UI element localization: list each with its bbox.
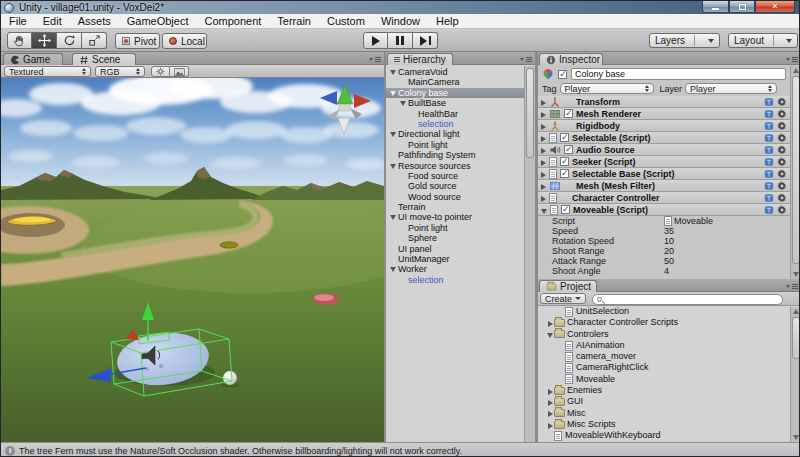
- component-character-controller[interactable]: Character Controller: [538, 192, 790, 204]
- create-button[interactable]: Create: [540, 293, 586, 304]
- play-button[interactable]: [363, 32, 388, 49]
- close-button[interactable]: ×: [755, 1, 795, 13]
- scene-effects-toggle[interactable]: [170, 66, 189, 77]
- property-row[interactable]: Attack Range 50: [538, 256, 790, 266]
- hierarchy-item[interactable]: Terrain: [386, 202, 524, 212]
- move-tool-button[interactable]: [32, 32, 57, 49]
- project-item[interactable]: camera_mover: [538, 351, 790, 362]
- property-row[interactable]: Rotation Speed 10: [538, 236, 790, 246]
- component-transform[interactable]: Transform: [538, 96, 790, 108]
- render-mode-dropdown[interactable]: Textured: [4, 66, 91, 77]
- component-mesh-filter[interactable]: Mesh (Mesh Filter): [538, 180, 790, 192]
- book-icon[interactable]: [764, 145, 774, 155]
- hierarchy-item[interactable]: MainCamera: [386, 77, 524, 87]
- book-icon[interactable]: [764, 97, 774, 107]
- hierarchy-item[interactable]: UnitManager: [386, 254, 524, 264]
- hierarchy-item[interactable]: Worker: [386, 264, 524, 274]
- hierarchy-item[interactable]: UI panel: [386, 244, 524, 254]
- component-checkbox[interactable]: [561, 205, 570, 214]
- layout-dropdown[interactable]: Layout: [728, 33, 798, 48]
- gear-icon[interactable]: [777, 133, 787, 143]
- property-row[interactable]: Shoot Angle 4: [538, 266, 790, 276]
- gear-icon[interactable]: [777, 157, 787, 167]
- local-button[interactable]: Local: [162, 33, 207, 49]
- component-mesh-renderer[interactable]: Mesh Renderer: [538, 108, 790, 120]
- pivot-button[interactable]: Pivot: [115, 33, 160, 49]
- menu-custom[interactable]: Custom: [319, 14, 373, 28]
- component-checkbox[interactable]: [560, 133, 569, 142]
- project-item[interactable]: UnitSelection: [538, 306, 790, 317]
- project-item[interactable]: CameraRightClick: [538, 362, 790, 373]
- hierarchy-item[interactable]: Point light: [386, 140, 524, 150]
- component-checkbox[interactable]: [560, 169, 569, 178]
- book-icon[interactable]: [764, 121, 774, 131]
- project-item[interactable]: MoveableWithKeyboard: [538, 430, 790, 441]
- project-item[interactable]: Character Controller Scripts: [538, 317, 790, 328]
- component-rigidbody[interactable]: Rigidbody: [538, 120, 790, 132]
- gear-icon[interactable]: [777, 121, 787, 131]
- minimize-button[interactable]: [702, 1, 729, 13]
- gear-icon[interactable]: [777, 145, 787, 155]
- gear-icon[interactable]: [777, 97, 787, 107]
- property-row[interactable]: Shoot Range 20: [538, 246, 790, 256]
- property-row[interactable]: Speed 35: [538, 226, 790, 236]
- hierarchy-scrollbar[interactable]: [524, 66, 535, 442]
- panel-menu-icon[interactable]: [786, 283, 798, 289]
- pause-button[interactable]: [388, 32, 413, 49]
- project-item[interactable]: Enemies: [538, 385, 790, 396]
- gear-icon[interactable]: [777, 205, 787, 215]
- hierarchy-item[interactable]: Pathfinding System: [386, 150, 524, 160]
- active-checkbox[interactable]: [558, 70, 567, 79]
- hierarchy-item[interactable]: Gold source: [386, 181, 524, 191]
- scene-lighting-toggle[interactable]: [151, 66, 170, 77]
- book-icon[interactable]: [764, 181, 774, 191]
- tab-scene[interactable]: Scene: [72, 53, 136, 65]
- panel-menu-icon[interactable]: [369, 56, 381, 62]
- project-item[interactable]: Misc: [538, 408, 790, 419]
- book-icon[interactable]: [764, 205, 774, 215]
- hierarchy-item[interactable]: Resource sources: [386, 161, 524, 171]
- project-item[interactable]: Moveable: [538, 374, 790, 385]
- hierarchy-item[interactable]: Sphere: [386, 233, 524, 243]
- scale-tool-button[interactable]: [82, 32, 107, 49]
- hierarchy-item[interactable]: HealthBar: [386, 109, 524, 119]
- step-button[interactable]: [413, 32, 438, 49]
- book-icon[interactable]: [764, 109, 774, 119]
- hierarchy-item[interactable]: UI move-to pointer: [386, 212, 524, 222]
- scene-viewport[interactable]: [1, 78, 384, 442]
- layer-dropdown[interactable]: Player: [685, 83, 777, 94]
- tab-game[interactable]: Game: [3, 53, 63, 65]
- project-item[interactable]: GUI: [538, 396, 790, 407]
- hierarchy-item[interactable]: Food source: [386, 171, 524, 181]
- panel-menu-icon[interactable]: [786, 56, 798, 62]
- hierarchy-item[interactable]: Point light: [386, 223, 524, 233]
- hierarchy-item[interactable]: CameraVoid: [386, 67, 524, 77]
- project-item[interactable]: Controlers: [538, 329, 790, 340]
- hierarchy-item-selected[interactable]: Colony base: [386, 88, 524, 98]
- property-row[interactable]: Script Moveable: [538, 216, 790, 226]
- object-name-field[interactable]: [571, 68, 786, 80]
- hierarchy-item[interactable]: Wood source: [386, 192, 524, 202]
- tab-inspector[interactable]: Inspector: [539, 53, 603, 65]
- maximize-button[interactable]: [729, 1, 755, 13]
- layers-dropdown[interactable]: Layers: [649, 33, 720, 48]
- component-seeker[interactable]: Seeker (Script): [538, 156, 790, 168]
- gear-icon[interactable]: [777, 169, 787, 179]
- book-icon[interactable]: [764, 169, 774, 179]
- menu-assets[interactable]: Assets: [70, 14, 119, 28]
- hand-tool-button[interactable]: [7, 32, 32, 49]
- menu-edit[interactable]: Edit: [35, 14, 70, 28]
- project-item[interactable]: AIAnimation: [538, 340, 790, 351]
- hierarchy-item[interactable]: BuiltBase: [386, 98, 524, 108]
- project-search[interactable]: [592, 294, 783, 305]
- project-item[interactable]: Misc Scripts: [538, 419, 790, 430]
- component-checkbox[interactable]: [564, 109, 573, 118]
- menu-gameobject[interactable]: GameObject: [119, 14, 197, 28]
- search-input[interactable]: [602, 295, 778, 304]
- tab-project[interactable]: Project: [539, 280, 597, 292]
- color-mode-dropdown[interactable]: RGB: [95, 66, 145, 77]
- book-icon[interactable]: [764, 157, 774, 167]
- book-icon[interactable]: [764, 133, 774, 143]
- component-selectable-base[interactable]: Selectable Base (Script): [538, 168, 790, 180]
- gear-icon[interactable]: [777, 181, 787, 191]
